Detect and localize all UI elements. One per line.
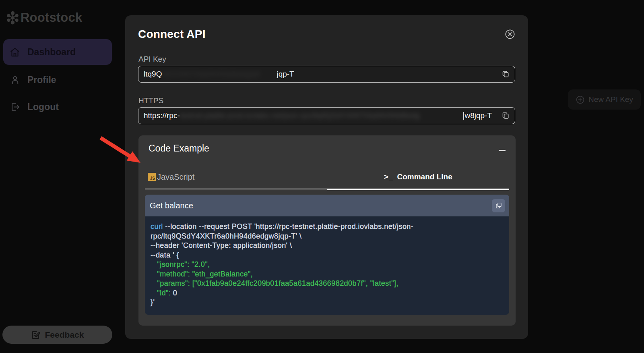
copy-snippet-button[interactable] [492, 199, 505, 212]
code-line: curl --location --request POST 'https://… [151, 222, 504, 232]
collapse-icon[interactable] [499, 150, 506, 151]
tab-label: Command Line [397, 172, 452, 181]
person-icon [10, 75, 20, 85]
code-line: --data ' { [151, 251, 504, 260]
code-line: "jsonrpc": "2.0", [151, 260, 504, 270]
sidebar-item-label: Logout [27, 102, 59, 112]
logout-icon [10, 102, 20, 112]
javascript-icon: JS [148, 173, 156, 181]
code-example-tabs: JS JavaScript >_ Command Line [145, 167, 509, 190]
code-line: --header 'Content-Type: application/json… [151, 241, 504, 251]
new-api-key-button[interactable]: New API Key [568, 89, 641, 110]
api-key-value-prefix: ltq9Q [144, 70, 162, 79]
code-line: }' [151, 298, 504, 307]
connect-api-modal: Connect API API Key ltq9Q SdY4XKTr6a0hH9… [125, 15, 528, 339]
https-label: HTTPS [138, 96, 163, 105]
snippet-title: Get balance [150, 201, 193, 210]
code-example-panel: Code Example JS JavaScript >_ Command Li… [138, 135, 516, 326]
sidebar-item-profile[interactable]: Profile [3, 69, 112, 90]
rootstock-icon [7, 11, 19, 25]
tab-command-line[interactable]: >_ Command Line [327, 167, 510, 190]
code-line: rpc/ltq9QSdY4XKTr6a0hH94d6edgw8jqp-T' \ [151, 232, 504, 241]
copy-api-key-icon[interactable] [502, 70, 510, 79]
https-input[interactable]: https://rpc- testnet.plattie-prod.iovlab… [138, 107, 515, 124]
code-line: "id": 0 [151, 289, 504, 298]
sidebar-item-label: Profile [27, 75, 56, 85]
brand-name: Rootstock [21, 10, 82, 25]
feedback-label: Feedback [45, 330, 84, 340]
tab-javascript[interactable]: JS JavaScript [145, 167, 327, 190]
code-line: "params": ["0x1fab9a0e24ffc209b01faa5a61… [151, 279, 504, 289]
api-key-input[interactable]: ltq9Q SdY4XKTr6a0hH94d6edgw8 jqp-T [138, 66, 515, 83]
sidebar-item-label: Dashboard [27, 47, 76, 58]
https-value-suffix: w8jqp-T [464, 111, 492, 120]
new-api-key-label: New API Key [588, 95, 633, 104]
code-area: curl --location --request POST 'https://… [145, 216, 509, 315]
home-icon [10, 47, 20, 58]
sidebar: Rootstock Dashboard Profile [0, 0, 121, 353]
code-line: "method": "eth_getBalance", [151, 270, 504, 279]
https-value-prefix: https://rpc- [144, 111, 180, 120]
api-key-label: API Key [138, 55, 166, 64]
plus-circle-icon [576, 95, 585, 104]
sidebar-item-dashboard[interactable]: Dashboard [3, 39, 112, 65]
feedback-icon [31, 330, 41, 340]
sidebar-item-logout[interactable]: Logout [3, 96, 112, 117]
api-key-value-redacted: SdY4XKTr6a0hH94d6edgw8 [162, 70, 277, 79]
feedback-button[interactable]: Feedback [2, 326, 112, 344]
code-example-title: Code Example [149, 143, 209, 154]
copy-https-icon[interactable] [502, 111, 510, 120]
api-key-value-suffix: jqp-T [277, 70, 294, 79]
https-value-redacted: testnet.plattie-prod.iovlabs.net/json-rp… [180, 111, 464, 120]
close-icon[interactable] [505, 29, 515, 39]
brand-logo: Rootstock [7, 10, 82, 25]
terminal-icon: >_ [384, 172, 394, 181]
tab-label: JavaScript [157, 172, 194, 182]
code-snippet: Get balance curl --location --request PO… [145, 195, 509, 315]
modal-title: Connect API [138, 28, 206, 41]
